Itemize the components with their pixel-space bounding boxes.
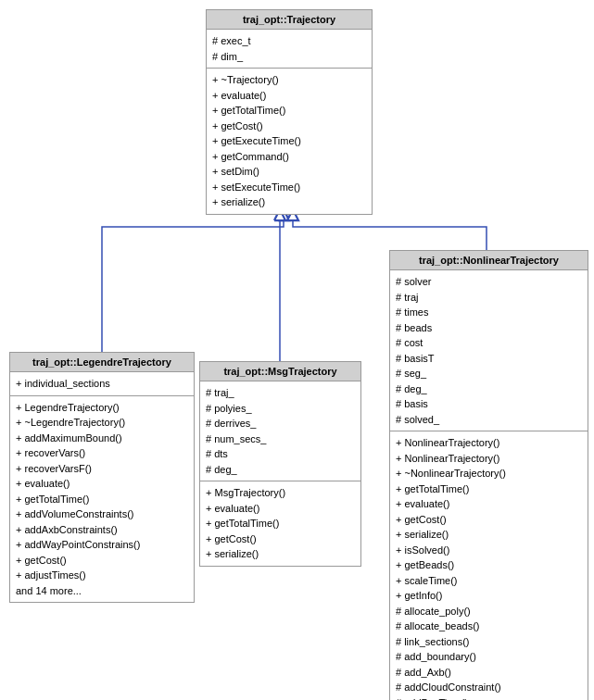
nonlinear-method-16: # addCloudConstraint() (396, 680, 582, 695)
legendre-attr-0: + individual_sections (16, 376, 188, 392)
nonlinear-method-17: # addPosTime() (396, 695, 582, 701)
trajectory-attributes: # exec_t # dim_ (207, 30, 372, 69)
nonlinear-method-10: + getInfo() (396, 588, 582, 604)
legendre-box: traj_opt::LegendreTrajectory + individua… (9, 352, 195, 603)
msg-method-3: + getCost() (206, 531, 355, 547)
nonlinear-method-12: # allocate_beads() (396, 619, 582, 634)
legendre-method-0: + LegendreTrajectory() (16, 400, 188, 416)
trajectory-attr-0: # exec_t (212, 33, 366, 49)
msg-attr-5: # deg_ (206, 462, 355, 478)
nonlinear-attr-5: # basisT (396, 351, 582, 367)
nonlinear-attr-4: # cost (396, 335, 582, 351)
msg-title: traj_opt::MsgTrajectory (200, 362, 360, 381)
nonlinear-attr-0: # solver (396, 274, 582, 290)
legendre-title: traj_opt::LegendreTrajectory (10, 353, 194, 372)
nonlinear-attr-6: # seg_ (396, 366, 582, 381)
legendre-methods: + LegendreTrajectory() + ~LegendreTrajec… (10, 396, 194, 603)
nonlinear-method-0: + NonlinearTrajectory() (396, 435, 582, 451)
msg-attributes: # traj_ # polyies_ # derrives_ # num_sec… (200, 381, 360, 481)
legendre-method-6: + getTotalTime() (16, 492, 188, 507)
legendre-method-1: + ~LegendreTrajectory() (16, 415, 188, 431)
trajectory-method-3: + getCost() (212, 119, 366, 134)
nonlinear-method-4: + evaluate() (396, 496, 582, 512)
legendre-method-5: + evaluate() (16, 476, 188, 492)
trajectory-attr-1: # dim_ (212, 49, 366, 65)
trajectory-method-1: + evaluate() (212, 88, 366, 104)
msg-methods: + MsgTrajectory() + evaluate() + getTota… (200, 481, 360, 566)
nonlinear-method-1: + NonlinearTrajectory() (396, 451, 582, 467)
msg-attr-1: # polyies_ (206, 401, 355, 417)
nonlinear-method-13: # link_sections() (396, 634, 582, 650)
trajectory-method-0: + ~Trajectory() (212, 72, 366, 88)
nonlinear-method-14: # add_boundary() (396, 649, 582, 665)
msg-method-0: + MsgTrajectory() (206, 485, 355, 501)
msg-method-2: + getTotalTime() (206, 516, 355, 531)
nonlinear-method-7: + isSolved() (396, 543, 582, 558)
nonlinear-attr-1: # traj (396, 290, 582, 306)
msg-method-4: + serialize() (206, 546, 355, 562)
msg-method-1: + evaluate() (206, 501, 355, 517)
trajectory-method-7: + setExecuteTime() (212, 180, 366, 195)
legendre-method-8: + addAxbConstraints() (16, 522, 188, 538)
trajectory-method-4: + getExecuteTime() (212, 133, 366, 149)
trajectory-methods: + ~Trajectory() + evaluate() + getTotalT… (207, 69, 372, 214)
nonlinear-title: traj_opt::NonlinearTrajectory (390, 251, 588, 270)
nonlinear-method-5: + getCost() (396, 512, 582, 528)
nonlinear-attr-3: # beads (396, 320, 582, 336)
msg-attr-2: # derrives_ (206, 416, 355, 431)
trajectory-box: traj_opt::Trajectory # exec_t # dim_ + ~… (206, 9, 373, 215)
nonlinear-method-6: + serialize() (396, 527, 582, 543)
legendre-method-7: + addVolumeConstraints() (16, 506, 188, 522)
trajectory-method-5: + getCommand() (212, 149, 366, 165)
trajectory-method-2: + getTotalTime() (212, 103, 366, 119)
nonlinear-attr-9: # solved_ (396, 412, 582, 428)
legendre-method-4: + recoverVarsF() (16, 461, 188, 477)
legendre-method-9: + addWayPointConstrains() (16, 537, 188, 553)
nonlinear-attr-8: # basis (396, 396, 582, 412)
diagram-container: traj_opt::Trajectory # exec_t # dim_ + ~… (0, 0, 594, 700)
nonlinear-method-11: # allocate_poly() (396, 604, 582, 619)
nonlinear-box: traj_opt::NonlinearTrajectory # solver #… (389, 250, 588, 700)
nonlinear-method-2: + ~NonlinearTrajectory() (396, 466, 582, 481)
nonlinear-method-3: + getTotalTime() (396, 481, 582, 497)
msg-attr-4: # dts (206, 446, 355, 462)
legendre-method-10: + getCost() (16, 553, 188, 569)
trajectory-method-8: + serialize() (212, 194, 366, 210)
legendre-method-12: and 14 more... (16, 583, 188, 599)
nonlinear-method-15: # add_Axb() (396, 665, 582, 681)
msg-attr-3: # num_secs_ (206, 431, 355, 447)
trajectory-method-6: + setDim() (212, 164, 366, 180)
nonlinear-methods: + NonlinearTrajectory() + NonlinearTraje… (390, 431, 588, 700)
legendre-method-2: + addMaximumBound() (16, 431, 188, 446)
msg-attr-0: # traj_ (206, 385, 355, 401)
nonlinear-attr-2: # times (396, 305, 582, 320)
legendre-method-11: + adjustTimes() (16, 568, 188, 583)
nonlinear-method-9: + scaleTime() (396, 573, 582, 589)
nonlinear-method-8: + getBeads() (396, 557, 582, 573)
legendre-attributes: + individual_sections (10, 372, 194, 396)
nonlinear-attr-7: # deg_ (396, 381, 582, 397)
trajectory-title: traj_opt::Trajectory (207, 10, 372, 30)
nonlinear-attributes: # solver # traj # times # beads # cost #… (390, 270, 588, 431)
legendre-method-3: + recoverVars() (16, 445, 188, 461)
msg-box: traj_opt::MsgTrajectory # traj_ # polyie… (199, 361, 361, 567)
